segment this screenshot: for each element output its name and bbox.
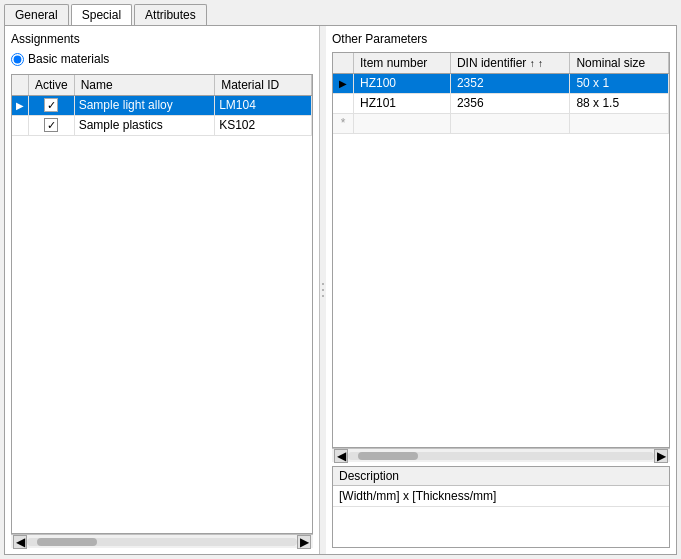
other-item-number-cell: HZ101 — [354, 93, 451, 113]
left-panel: Assignments Basic materials Active Name … — [5, 26, 320, 554]
row-active-cell[interactable] — [29, 95, 75, 115]
right-scrollbar-thumb[interactable] — [358, 452, 418, 460]
other-col-indicator-header — [333, 53, 354, 73]
col-material-id-header: Material ID — [215, 75, 312, 95]
assignments-table-container: Active Name Material ID ▶ — [11, 74, 313, 534]
row-arrow: ▶ — [12, 95, 29, 115]
assignments-label: Assignments — [11, 32, 313, 46]
main-container: General Special Attributes Assignments B… — [0, 0, 681, 559]
active-checkbox-2[interactable] — [44, 118, 58, 132]
tab-general[interactable]: General — [4, 4, 69, 25]
row-name-cell: Sample light alloy — [74, 95, 215, 115]
basic-materials-radio[interactable] — [11, 53, 24, 66]
other-nominal-cell: 88 x 1.5 — [570, 93, 669, 113]
description-header: Description — [333, 467, 669, 486]
row-arrow — [12, 115, 29, 135]
other-table-container: Item number DIN identifier ↑ Nominal siz… — [332, 52, 670, 448]
content-area: Assignments Basic materials Active Name … — [4, 25, 677, 555]
row-name-cell: Sample plastics — [74, 115, 215, 135]
other-din-cell: 2356 — [450, 93, 569, 113]
right-panel: Other Parameters Item number DIN identif… — [326, 26, 676, 554]
other-row-arrow-1: ▶ — [333, 73, 354, 93]
left-scrollbar-track[interactable] — [27, 538, 297, 546]
row-active-cell[interactable] — [29, 115, 75, 135]
other-row-new-indicator: * — [333, 113, 354, 133]
other-new-nominal-cell — [570, 113, 669, 133]
other-nominal-cell: 50 x 1 — [570, 73, 669, 93]
other-table-row[interactable]: HZ101 2356 88 x 1.5 — [333, 93, 669, 113]
table-row[interactable]: Sample plastics KS102 — [12, 115, 312, 135]
other-table-row[interactable]: ▶ HZ100 2352 50 x 1 — [333, 73, 669, 93]
description-text[interactable] — [333, 507, 669, 547]
right-scroll-area: ◀ ▶ — [332, 448, 670, 462]
other-table-new-row[interactable]: * — [333, 113, 669, 133]
tab-bar: General Special Attributes — [0, 0, 681, 25]
col-active-header: Active — [29, 75, 75, 95]
col-indicator-header — [12, 75, 29, 95]
other-col-item-number-header[interactable]: Item number — [354, 53, 451, 73]
assignments-table: Active Name Material ID ▶ — [12, 75, 312, 136]
other-din-cell: 2352 — [450, 73, 569, 93]
other-col-din-header[interactable]: DIN identifier ↑ — [450, 53, 569, 73]
other-new-din-cell — [450, 113, 569, 133]
active-checkbox-1[interactable] — [44, 98, 58, 112]
other-item-number-cell: HZ100 — [354, 73, 451, 93]
left-scroll-area: ◀ ▶ — [11, 534, 313, 548]
other-params-label: Other Parameters — [332, 32, 670, 46]
other-col-nominal-header[interactable]: Nominal size — [570, 53, 669, 73]
other-row-arrow-2 — [333, 93, 354, 113]
left-scroll-right-btn[interactable]: ▶ — [297, 535, 311, 549]
other-params-table: Item number DIN identifier ↑ Nominal siz… — [333, 53, 669, 134]
col-name-header: Name — [74, 75, 215, 95]
left-scroll-left-btn[interactable]: ◀ — [13, 535, 27, 549]
right-scroll-left-btn[interactable]: ◀ — [334, 449, 348, 463]
row-material-id-cell: KS102 — [215, 115, 312, 135]
tab-attributes[interactable]: Attributes — [134, 4, 207, 25]
tab-special[interactable]: Special — [71, 4, 132, 25]
right-scroll-right-btn[interactable]: ▶ — [654, 449, 668, 463]
right-scrollbar-track[interactable] — [348, 452, 654, 460]
other-new-item-cell — [354, 113, 451, 133]
table-row[interactable]: ▶ Sample light alloy LM104 — [12, 95, 312, 115]
description-area: Description [Width/mm] x [Thickness/mm] — [332, 466, 670, 548]
basic-materials-label: Basic materials — [28, 52, 109, 66]
description-formula: [Width/mm] x [Thickness/mm] — [333, 486, 669, 507]
basic-materials-radio-row[interactable]: Basic materials — [11, 52, 313, 66]
left-scrollbar-thumb[interactable] — [37, 538, 97, 546]
row-material-id-cell: LM104 — [215, 95, 312, 115]
